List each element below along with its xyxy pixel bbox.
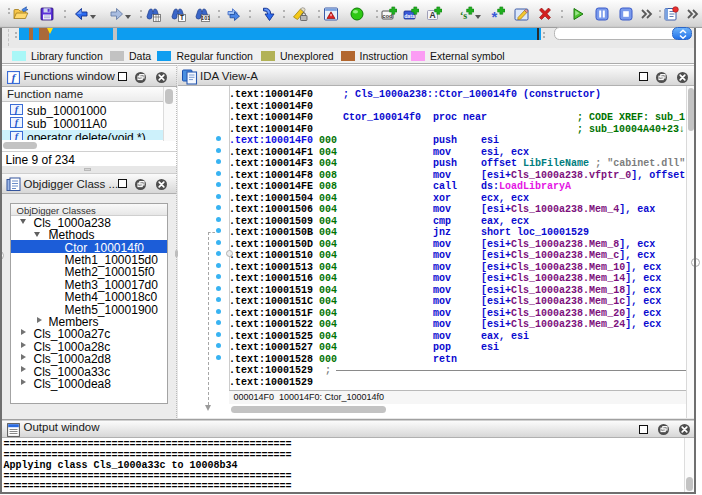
- svg-text:101: 101: [201, 15, 210, 21]
- svg-text:*: *: [491, 8, 497, 23]
- svg-text:cod: cod: [382, 13, 393, 19]
- svg-text:‘s: ‘s: [460, 10, 467, 21]
- svg-text:data: data: [404, 13, 415, 19]
- svg-text:T: T: [180, 14, 184, 21]
